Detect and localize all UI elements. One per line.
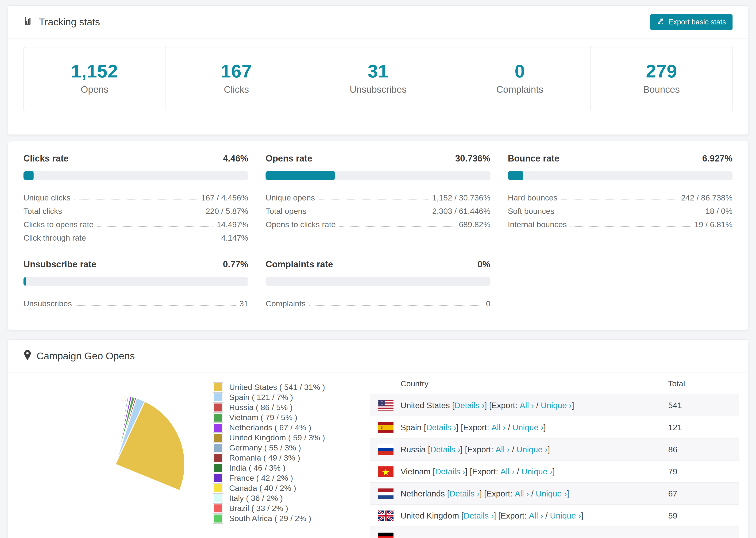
legend-swatch [213,463,223,473]
export-basic-stats-button[interactable]: Export basic stats [650,14,732,30]
rate-progress-bar [266,277,490,286]
stat-value: 279 [646,61,677,82]
rate-percent: 30.736% [455,153,490,164]
rate-progress-fill [508,171,523,180]
rate-percent: 0% [477,259,490,269]
rate-percent: 4.46% [223,153,248,164]
export-unique-link[interactable]: Unique › [516,445,548,454]
country-column-header: Country [378,379,668,388]
legend-label: United States ( 541 / 31% ) [229,383,325,392]
legend-item: Romania ( 49 / 3% ) [213,453,330,463]
rate-progress-bar [508,171,732,180]
export-unique-link[interactable]: Unique › [550,511,581,520]
geo-header: Campaign Geo Opens [8,340,748,373]
legend-label: Italy ( 36 / 2% ) [229,494,283,503]
bar-chart-icon [24,16,34,28]
rate-row-label: Click through rate [24,233,86,242]
rate-row: Clicks to opens rate 14.497% [24,216,248,229]
geo-legend: United States ( 541 / 31% ) Spain ( 121 … [213,382,330,538]
rate-row-value: 19 / 6.81% [694,220,732,229]
rate-progress-fill [24,277,26,286]
page: Tracking stats Export basic stats 1,152 … [0,0,756,538]
rate-row-label: Total clicks [24,207,62,216]
export-all-link[interactable]: All › [514,489,529,498]
dotted-leader [76,305,236,306]
legend-swatch [213,422,223,433]
details-link[interactable]: Details › [455,401,485,410]
export-all-link[interactable]: All › [529,511,543,520]
export-unique-link[interactable]: Unique › [541,401,572,410]
legend-item: France ( 42 / 2% ) [213,473,330,483]
country-total: 86 [668,445,739,454]
country-cell: Vietnam [Details ›] [Export: All › / Uni… [378,466,668,477]
rate-progress-bar [24,171,248,180]
export-all-link[interactable]: All › [520,401,534,410]
rate-row-label: Unsubscribes [24,299,72,308]
rate-row-value: 0 [486,299,490,308]
rate-row-label: Internal bounces [508,220,567,229]
country-flag-icon [378,444,394,455]
country-cell: United Kingdom [Details ›] [Export: All … [378,510,668,521]
legend-label: Netherlands ( 67 / 4% ) [229,423,311,432]
details-link[interactable]: Details › [435,467,465,476]
export-word: Export: [486,489,513,498]
export-word: Export: [501,511,527,520]
rate-rows: Hard bounces 242 / 86.738% Soft bounces … [508,189,732,229]
export-unique-link[interactable]: Unique › [521,467,553,476]
legend-item: Canada ( 40 / 2% ) [213,483,330,493]
country-name: Vietnam [401,467,431,476]
tracking-stats-header: Tracking stats Export basic stats [8,6,748,39]
export-all-link[interactable]: All › [491,423,506,432]
legend-swatch [213,453,223,463]
geo-body: United States ( 541 / 31% ) Spain ( 121 … [8,373,748,538]
stats-wrap: 1,152 Opens 167 Clicks 31 Unsubscribes 0… [8,39,748,134]
export-all-link[interactable]: All › [500,467,514,476]
country-total: 67 [668,489,739,498]
tracking-stats-card: Tracking stats Export basic stats 1,152 … [8,5,748,135]
dotted-leader [66,213,202,213]
details-link[interactable]: Details › [426,423,456,432]
details-link[interactable]: Details › [430,445,460,454]
export-word: Export: [472,467,498,476]
export-unique-link[interactable]: Unique › [536,489,567,498]
legend-item: Brazil ( 33 / 2% ) [213,503,330,513]
rate-row: Hard bounces 242 / 86.738% [508,189,732,202]
legend-label: Brazil ( 33 / 2% ) [229,504,288,513]
legend-item: India ( 46 / 3% ) [213,463,330,473]
export-all-link[interactable]: All › [496,445,510,454]
country-name: Netherlands [401,489,445,498]
rate-title: Complaints rate [266,259,333,269]
geo-opens-card: Campaign Geo Opens United States ( 541 /… [8,340,748,538]
stat-label: Complaints [496,84,543,95]
rate-head: Complaints rate 0% [266,259,490,269]
export-word: Export: [467,445,493,454]
legend-swatch [213,433,223,443]
country-text: Netherlands [Details ›] [Export: All › /… [401,489,569,498]
dotted-leader [74,199,197,200]
country-cell: Netherlands [Details ›] [Export: All › /… [378,488,668,499]
country-total: 121 [668,423,739,432]
export-icon [657,17,665,27]
legend-label: Romania ( 49 / 3% ) [229,453,300,462]
export-word: Export: [463,423,489,432]
country-flag-icon [378,422,394,433]
rate-rows: Unique clicks 167 / 4.456% Total clicks … [24,189,248,242]
legend-label: United Kingdom ( 59 / 3% ) [229,433,325,442]
rate-head: Opens rate 30.736% [266,153,490,164]
details-link[interactable]: Details › [464,511,494,520]
dotted-leader [97,226,213,227]
legend-label: South Africa ( 29 / 2% ) [229,514,311,523]
export-unique-link[interactable]: Unique › [513,423,544,432]
rates-grid: Clicks rate 4.46% Unique clicks 167 / 4.… [8,141,748,330]
geo-country-table[interactable]: Country Total United States [Details ›] … [370,373,739,538]
details-link[interactable]: Details › [449,489,479,498]
geo-table-rows: United States [Details ›] [Export: All ›… [370,394,739,538]
tracking-stats-title-row: Tracking stats [24,16,100,28]
rate-row-value: 2,303 / 61.446% [432,207,490,216]
country-flag-icon [378,510,394,521]
legend-item: United Kingdom ( 59 / 3% ) [213,433,330,443]
dotted-leader [90,240,217,240]
dotted-leader [340,226,455,227]
rate-row: Unique clicks 167 / 4.456% [24,189,248,202]
table-row: United States [Details ›] [Export: All ›… [370,394,739,416]
